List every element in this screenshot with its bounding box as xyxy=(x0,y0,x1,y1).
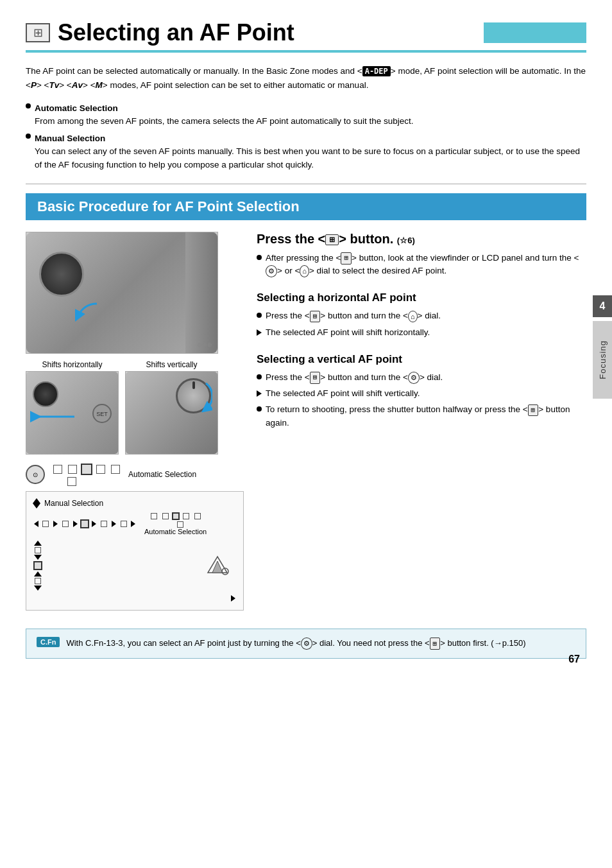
af-selection-diagram: Manual Selection xyxy=(26,491,244,611)
af-auto-4 xyxy=(194,513,201,519)
vert-bullet1: Press the <⊞> button and turn the <⚙> di… xyxy=(257,371,586,384)
af-diag-pt-3 xyxy=(101,521,107,527)
tri-right-3 xyxy=(92,521,96,527)
af-v-pt-1 xyxy=(35,547,41,553)
horiz-text2: The selected AF point will shift horizon… xyxy=(266,326,430,339)
auto-selection-text: From among the seven AF points, the came… xyxy=(35,116,414,126)
shift-horizontal-label: Shifts horizontally xyxy=(26,360,119,369)
af-pt-5 xyxy=(67,477,76,486)
title-bar-accent xyxy=(484,22,586,43)
arrow-tri-v2 xyxy=(257,390,262,397)
shift-images-row: Shifts horizontally SET xyxy=(26,360,244,455)
tri-down-diag xyxy=(34,555,42,560)
bullet-circle-v1 xyxy=(257,374,262,379)
vert-text3: To return to shooting, press the shutter… xyxy=(266,403,586,430)
press-arrow-svg xyxy=(65,297,103,323)
title-icon xyxy=(26,23,50,42)
shift-horizontal-col: Shifts horizontally SET xyxy=(26,360,119,455)
vertical-af-title: Selecting a vertical AF point xyxy=(257,353,586,366)
af-pt-4 xyxy=(111,465,120,474)
af-pt-1 xyxy=(53,465,62,474)
af-auto-3 xyxy=(183,513,189,519)
bullet-circle-1 xyxy=(257,255,262,260)
press-button-title: Press the <⊞> button. (☆6) xyxy=(257,232,586,247)
camera-image-vertical xyxy=(125,371,218,455)
af-v-center xyxy=(33,561,42,570)
af-diagram-section: ⊙ xyxy=(26,464,244,611)
horizontal-arrows-svg xyxy=(30,407,81,426)
vert-bullet2: The selected AF point will shift vertica… xyxy=(257,387,586,400)
vert-text2: The selected AF point will shift vertica… xyxy=(266,387,420,400)
af-auto-5 xyxy=(177,521,183,528)
tri-up-icon xyxy=(33,498,40,503)
bullet-section-manual: Manual Selection You can select any of t… xyxy=(26,134,586,172)
bullet-dot-manual xyxy=(26,134,31,139)
camera-body-top: ✳ xyxy=(26,232,217,353)
camera-image-horizontal: SET xyxy=(26,371,119,455)
page-number: 67 xyxy=(568,654,580,665)
shift-vertical-label: Shifts vertically xyxy=(125,360,218,369)
tri-right-end xyxy=(131,521,135,527)
manual-selection-text: You can select any of the seven AF point… xyxy=(35,146,580,170)
manual-selection-title: Manual Selection xyxy=(35,134,105,143)
af-diag-pt-2 xyxy=(62,521,69,527)
horiz-bullet1: Press the <⊞> button and turn the <⌂> di… xyxy=(257,309,586,322)
af-v-pt-2 xyxy=(35,578,41,584)
vertical-arrows-svg xyxy=(174,377,212,415)
auto-sel-label-2: Automatic Selection xyxy=(144,528,207,535)
af-auto-center xyxy=(172,512,180,520)
af-auto-1 xyxy=(151,513,157,519)
mountain-dial-icon xyxy=(205,553,230,576)
af-button-icon: ⊞ xyxy=(325,234,339,245)
auto-sel-label-top: Automatic Selection xyxy=(128,470,196,479)
af-diag-pt-1 xyxy=(42,521,49,527)
main-content: ✳ xyxy=(26,232,586,611)
side-tab-label: Focusing xyxy=(598,340,608,379)
left-column: ✳ xyxy=(26,232,244,611)
tri-left-icon xyxy=(34,521,38,527)
tri-right-4 xyxy=(112,521,116,527)
step1-bullet1: After pressing the <⊞> button, look at t… xyxy=(257,252,586,278)
bullet-section-automatic: Automatic Selection From among the seven… xyxy=(26,103,586,128)
intro-paragraph: The AF point can be selected automatical… xyxy=(26,64,586,92)
cfn-text: With C.Fn-13-3, you can select an AF poi… xyxy=(66,637,525,650)
tri-right-bottom xyxy=(231,595,235,602)
horizontal-af-title: Selecting a horizontal AF point xyxy=(257,291,586,304)
tri-right-1 xyxy=(53,521,58,527)
side-tab-number: 4 xyxy=(593,295,612,317)
af-diag-pt-4 xyxy=(121,521,127,527)
vert-bullet3: To return to shooting, press the shutter… xyxy=(257,403,586,430)
tri-down-icon xyxy=(33,503,40,508)
bullet-circle-v3 xyxy=(257,406,262,412)
af-pt-center xyxy=(81,464,92,475)
tri-up-diag xyxy=(34,541,42,546)
page-title: Selecting an AF Point xyxy=(58,19,484,46)
bullet-dot-auto xyxy=(26,103,31,108)
right-column: Press the <⊞> button. (☆6) After pressin… xyxy=(257,232,586,611)
af-pt-2 xyxy=(68,465,77,474)
dial-top: ⊙ xyxy=(26,465,45,484)
shift-vertical-col: Shifts vertically xyxy=(125,360,218,455)
cfn-note-box: C.Fn With C.Fn-13-3, you can select an A… xyxy=(26,629,586,659)
af-diag-center xyxy=(80,519,89,528)
tri-down-diag2 xyxy=(34,586,42,591)
cfn-badge: C.Fn xyxy=(37,637,60,647)
camera-image-top: ✳ xyxy=(26,232,218,354)
manual-sel-label: Manual Selection xyxy=(44,499,103,508)
arrow-tri-h2 xyxy=(257,329,262,336)
section-divider xyxy=(26,184,586,184)
horiz-text1: Press the <⊞> button and turn the <⌂> di… xyxy=(266,309,441,322)
side-tab: Focusing xyxy=(593,321,612,399)
tri-up-diag2 xyxy=(34,571,42,577)
vert-text1: Press the <⊞> button and turn the <⚙> di… xyxy=(266,371,443,384)
auto-selection-title: Automatic Selection xyxy=(35,103,118,113)
tri-right-2 xyxy=(73,521,78,527)
procedure-header: Basic Procedure for AF Point Selection xyxy=(26,193,586,220)
page-title-area: Selecting an AF Point xyxy=(26,19,586,53)
af-pt-3 xyxy=(96,465,105,474)
page-container: Selecting an AF Point The AF point can b… xyxy=(0,0,612,678)
bullet-circle-h1 xyxy=(257,313,262,318)
page-ref-1: (☆6) xyxy=(397,236,415,245)
af-auto-2 xyxy=(162,513,169,519)
horiz-bullet2: The selected AF point will shift horizon… xyxy=(257,326,586,339)
